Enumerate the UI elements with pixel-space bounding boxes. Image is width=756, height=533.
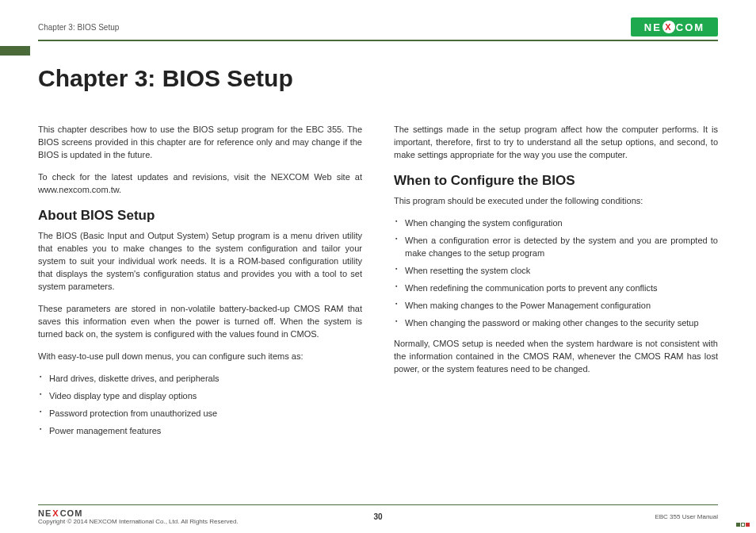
list-item: When changing the system configuration bbox=[394, 217, 718, 230]
side-tab-mark bbox=[0, 46, 30, 56]
list-item: When making changes to the Power Managem… bbox=[394, 300, 718, 313]
list-item: When a configuration error is detected b… bbox=[394, 235, 718, 260]
footer-logo-right: COM bbox=[60, 508, 83, 518]
right-column: The settings made in the setup program a… bbox=[394, 124, 718, 446]
two-column-layout: This chapter describes how to use the BI… bbox=[38, 124, 718, 446]
copyright-text: Copyright © 2014 NEXCOM International Co… bbox=[38, 518, 239, 525]
chapter-title: Chapter 3: BIOS Setup bbox=[38, 65, 718, 92]
heading-when-configure: When to Configure the BIOS bbox=[394, 171, 718, 191]
heading-about-bios: About BIOS Setup bbox=[38, 206, 362, 226]
nexcom-logo: NEXCOM bbox=[631, 17, 718, 36]
list-item: Password protection from unauthorized us… bbox=[38, 408, 362, 420]
list-item: Video display type and display options bbox=[38, 390, 362, 403]
footer-left: NEXCOM Copyright © 2014 NEXCOM Internati… bbox=[38, 508, 239, 525]
list-item: Power management features bbox=[38, 425, 362, 438]
page-footer: NEXCOM Copyright © 2014 NEXCOM Internati… bbox=[38, 504, 718, 533]
about-paragraph-2: These parameters are stored in non-volat… bbox=[38, 303, 362, 341]
footer-logo-left: NE bbox=[38, 508, 52, 518]
breadcrumb: Chapter 3: BIOS Setup bbox=[38, 23, 119, 32]
about-paragraph-3: With easy-to-use pull down menus, you ca… bbox=[38, 351, 362, 363]
list-item: When resetting the system clock bbox=[394, 265, 718, 278]
left-column: This chapter describes how to use the BI… bbox=[38, 124, 362, 446]
config-items-list: Hard drives, diskette drives, and periph… bbox=[38, 373, 362, 438]
logo-x-icon: X bbox=[662, 21, 675, 33]
footer-color-mark-icon bbox=[736, 523, 750, 527]
settings-paragraph: The settings made in the setup program a… bbox=[394, 124, 718, 162]
page-header: Chapter 3: BIOS Setup NEXCOM bbox=[38, 16, 718, 38]
intro-paragraph-2: To check for the latest updates and revi… bbox=[38, 171, 362, 197]
logo-part-left: NE bbox=[644, 21, 662, 33]
logo-part-right: COM bbox=[676, 21, 704, 33]
footer-logo-x-icon: X bbox=[52, 508, 59, 518]
about-paragraph-1: The BIOS (Basic Input and Output System)… bbox=[38, 230, 362, 293]
list-item: When changing the password or making oth… bbox=[394, 317, 718, 330]
conditions-list: When changing the system configuration W… bbox=[394, 217, 718, 330]
list-item: When redefining the communication ports … bbox=[394, 282, 718, 295]
footer-logo: NEXCOM bbox=[38, 508, 82, 518]
conditions-intro: This program should be executed under th… bbox=[394, 195, 718, 208]
cmos-note: Normally, CMOS setup is needed when the … bbox=[394, 338, 718, 376]
manual-name: EBC 355 User Manual bbox=[655, 513, 718, 520]
list-item: Hard drives, diskette drives, and periph… bbox=[38, 373, 362, 385]
intro-paragraph-1: This chapter describes how to use the BI… bbox=[38, 124, 362, 162]
page-number: 30 bbox=[373, 512, 382, 521]
page-content: Chapter 3: BIOS Setup This chapter descr… bbox=[38, 41, 718, 504]
